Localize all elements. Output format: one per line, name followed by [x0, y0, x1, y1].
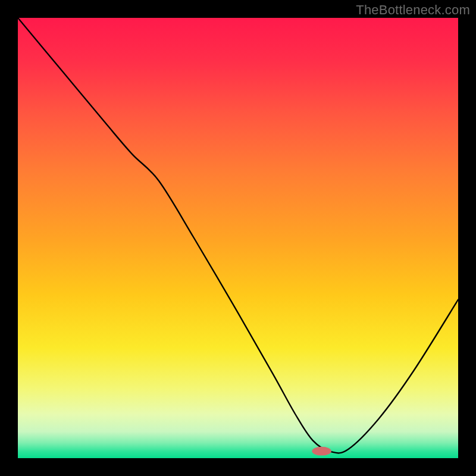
chart-frame: TheBottleneck.com	[0, 0, 476, 476]
plot-area	[18, 18, 458, 458]
watermark: TheBottleneck.com	[356, 2, 470, 18]
gradient-background	[18, 18, 458, 458]
optimal-marker	[312, 447, 331, 456]
chart-svg	[18, 18, 458, 458]
